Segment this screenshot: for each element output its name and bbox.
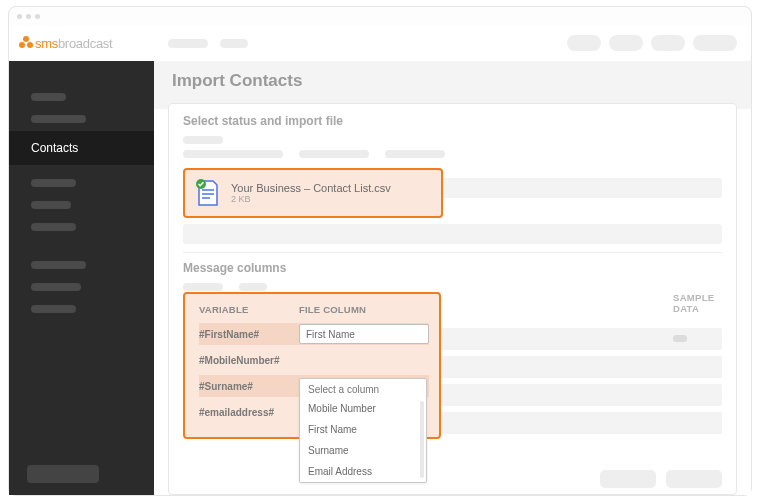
logo-text: smsbroadcast	[35, 36, 112, 51]
column-mapping-box: VARIABLE FILE COLUMN #FirstName# First N…	[183, 292, 441, 439]
logo-icon	[19, 36, 33, 50]
file-size: 2 KB	[231, 194, 391, 204]
dropdown-placeholder: Select a column	[300, 379, 426, 398]
mapping-row: #FirstName# First Name	[199, 323, 429, 345]
page-title: Import Contacts	[172, 71, 733, 91]
sidebar-item[interactable]	[31, 93, 66, 101]
placeholder	[183, 150, 283, 158]
topbar-action[interactable]	[609, 35, 643, 51]
app-body: smsbroadcast Contacts	[9, 25, 751, 495]
dropdown-option[interactable]: Surname	[300, 440, 426, 461]
sidebar: smsbroadcast Contacts	[9, 25, 154, 495]
dropdown-option[interactable]: Mobile Number	[300, 398, 426, 419]
mapping-variable: #MobileNumber#	[199, 355, 299, 366]
upload-section-title: Select status and import file	[183, 114, 722, 128]
topbar-item[interactable]	[220, 39, 248, 48]
window-dot	[35, 14, 40, 19]
sidebar-item[interactable]	[31, 283, 81, 291]
dropdown-option[interactable]: Email Address	[300, 461, 426, 482]
sidebar-nav: Contacts	[9, 61, 154, 495]
window-dot	[17, 14, 22, 19]
main-area: Import Contacts Select status and import…	[154, 25, 751, 495]
columns-section-title: Message columns	[183, 261, 722, 275]
mapping-variable: #emailaddress#	[199, 407, 299, 418]
mapping-row: #MobileNumber#	[199, 349, 429, 371]
mapping-header-variable: VARIABLE	[199, 304, 299, 315]
topbar-action[interactable]	[651, 35, 685, 51]
sidebar-item-contacts[interactable]: Contacts	[9, 131, 154, 165]
footer-button[interactable]	[666, 470, 722, 488]
column-select[interactable]: First Name	[299, 324, 429, 344]
dropdown-option[interactable]: First Name	[300, 419, 426, 440]
import-panel: Select status and import file	[168, 103, 737, 495]
app-window: smsbroadcast Contacts	[8, 6, 752, 496]
placeholder	[385, 150, 445, 158]
divider	[183, 252, 722, 253]
topbar-action[interactable]	[693, 35, 737, 51]
mapping-header-filecol: FILE COLUMN	[299, 304, 366, 315]
file-name: Your Business – Contact List.csv	[231, 182, 391, 194]
placeholder-stripe	[183, 224, 722, 244]
logo[interactable]: smsbroadcast	[9, 25, 154, 61]
mapping-variable: #FirstName#	[199, 329, 299, 340]
topbar-item[interactable]	[168, 39, 208, 48]
sidebar-item[interactable]	[31, 115, 86, 123]
sample-header: SAMPLE DATA	[673, 292, 722, 314]
placeholder	[183, 283, 223, 291]
sidebar-item[interactable]	[31, 305, 76, 313]
window-dot	[26, 14, 31, 19]
sidebar-item[interactable]	[31, 201, 71, 209]
sidebar-item[interactable]	[31, 261, 86, 269]
topbar-action[interactable]	[567, 35, 601, 51]
placeholder	[299, 150, 369, 158]
sidebar-bottom-button[interactable]	[27, 465, 99, 483]
sidebar-item[interactable]	[31, 179, 76, 187]
sidebar-item[interactable]	[31, 223, 76, 231]
column-dropdown[interactable]: Select a column Mobile Number First Name…	[299, 378, 427, 483]
footer-actions	[600, 470, 722, 488]
placeholder	[239, 283, 267, 291]
uploaded-file-card[interactable]: Your Business – Contact List.csv 2 KB	[183, 168, 443, 218]
window-titlebar	[9, 7, 751, 25]
dropdown-scrollbar[interactable]	[420, 401, 424, 478]
footer-button[interactable]	[600, 470, 656, 488]
file-info: Your Business – Contact List.csv 2 KB	[231, 182, 391, 204]
mapping-variable: #Surname#	[199, 381, 299, 392]
file-icon	[195, 178, 221, 208]
placeholder	[183, 136, 223, 144]
topbar	[154, 25, 751, 61]
page-header: Import Contacts	[154, 61, 751, 109]
